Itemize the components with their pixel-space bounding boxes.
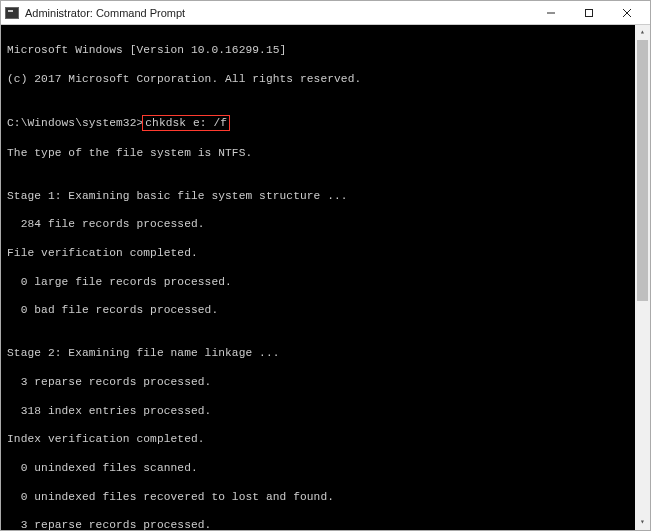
output-line: 0 large file records processed.	[7, 275, 644, 289]
output-line: 3 reparse records processed.	[7, 518, 644, 530]
window-title: Administrator: Command Prompt	[25, 7, 532, 19]
close-button[interactable]	[608, 1, 646, 24]
command-highlight: chkdsk e: /f	[142, 115, 230, 131]
prompt-line: C:\Windows\system32>chkdsk e: /f	[7, 115, 644, 131]
scrollbar-thumb[interactable]	[637, 40, 648, 301]
minimize-button[interactable]	[532, 1, 570, 24]
output-line: File verification completed.	[7, 246, 644, 260]
output-line: 318 index entries processed.	[7, 404, 644, 418]
prompt-prefix: C:\Windows\system32>	[7, 117, 143, 129]
command-prompt-window: Administrator: Command Prompt Microsoft …	[0, 0, 651, 531]
window-controls	[532, 1, 646, 24]
scrollbar[interactable]: ▴ ▾	[635, 25, 650, 530]
output-line: Microsoft Windows [Version 10.0.16299.15…	[7, 43, 644, 57]
output-line: (c) 2017 Microsoft Corporation. All righ…	[7, 72, 644, 86]
output-line: 3 reparse records processed.	[7, 375, 644, 389]
output-line: 0 unindexed files scanned.	[7, 461, 644, 475]
output-line: 0 unindexed files recovered to lost and …	[7, 490, 644, 504]
scroll-down-button[interactable]: ▾	[635, 515, 650, 530]
output-line: Stage 2: Examining file name linkage ...	[7, 346, 644, 360]
minimize-icon	[546, 8, 556, 18]
chevron-down-icon: ▾	[640, 517, 645, 527]
cmd-icon	[5, 7, 19, 19]
output-line: Stage 1: Examining basic file system str…	[7, 189, 644, 203]
terminal-output[interactable]: Microsoft Windows [Version 10.0.16299.15…	[1, 25, 650, 530]
maximize-button[interactable]	[570, 1, 608, 24]
output-line: 0 bad file records processed.	[7, 303, 644, 317]
output-line: Index verification completed.	[7, 432, 644, 446]
svg-rect-1	[586, 9, 593, 16]
output-line: The type of the file system is NTFS.	[7, 146, 644, 160]
scrollbar-track[interactable]	[635, 40, 650, 515]
titlebar[interactable]: Administrator: Command Prompt	[1, 1, 650, 25]
output-line: 284 file records processed.	[7, 217, 644, 231]
scroll-up-button[interactable]: ▴	[635, 25, 650, 40]
chevron-up-icon: ▴	[640, 27, 645, 37]
maximize-icon	[584, 8, 594, 18]
close-icon	[622, 8, 632, 18]
